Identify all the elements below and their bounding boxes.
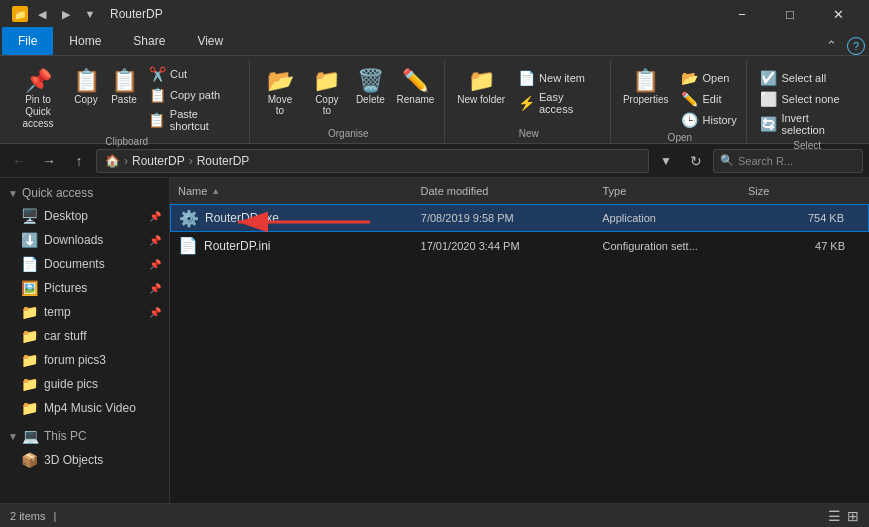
properties-icon: 📋: [632, 70, 659, 92]
open-items-column: 📂 Open ✏️ Edit 🕒 History: [677, 64, 741, 130]
minimize-button[interactable]: −: [719, 0, 765, 28]
move-to-button[interactable]: 📂 Move to: [258, 64, 301, 118]
new-item-button[interactable]: 📄 New item: [513, 68, 604, 88]
address-path[interactable]: 🏠 › RouterDP › RouterDP: [96, 149, 649, 173]
quick-access-bar: 📁 ◀ ▶ ▼: [8, 4, 104, 24]
select-none-button[interactable]: ⬜ Select none: [755, 89, 859, 109]
collapse-ribbon-btn[interactable]: ⌃: [820, 36, 843, 55]
sidebar-item-downloads[interactable]: ⬇️ Downloads 📌: [0, 228, 169, 252]
copy-to-button[interactable]: 📁 Copy to: [306, 64, 348, 118]
documents-label: Documents: [44, 257, 105, 271]
item-count: 2 items: [10, 510, 45, 522]
maximize-button[interactable]: □: [767, 0, 813, 28]
exe-icon: ⚙️: [179, 209, 199, 228]
col-size-header[interactable]: Size: [748, 185, 861, 197]
address-bar: ← → ↑ 🏠 › RouterDP › RouterDP ▼ ↻ 🔍 Sear…: [0, 144, 869, 178]
path-part-2: RouterDP: [197, 154, 250, 168]
tab-home[interactable]: Home: [53, 27, 117, 55]
sidebar-item-pictures[interactable]: 🖼️ Pictures 📌: [0, 276, 169, 300]
file-row-ini[interactable]: 📄 RouterDP.ini 17/01/2020 3:44 PM Config…: [170, 232, 869, 260]
tab-view[interactable]: View: [181, 27, 239, 55]
sidebar-item-forumpics3[interactable]: 📁 forum pics3: [0, 348, 169, 372]
select-none-icon: ⬜: [759, 91, 777, 107]
details-view-button[interactable]: ☰: [828, 508, 841, 524]
paste-button[interactable]: 📋 Paste: [106, 64, 142, 107]
search-placeholder: Search R...: [738, 155, 793, 167]
cut-button[interactable]: ✂️ Cut: [144, 64, 243, 84]
content-area: Name ▲ Date modified Type Size ⚙️ Router…: [170, 178, 869, 503]
edit-button[interactable]: ✏️ Edit: [677, 89, 741, 109]
open-group: 📋 Properties 📂 Open ✏️ Edit 🕒 History Op…: [613, 60, 747, 143]
search-box[interactable]: 🔍 Search R...: [713, 149, 863, 173]
file-size-ini: 47 KB: [748, 240, 861, 252]
sidebar: ▼ Quick access 🖥️ Desktop 📌 ⬇️ Downloads…: [0, 178, 170, 503]
forward-button[interactable]: →: [36, 148, 62, 174]
help-btn[interactable]: ?: [847, 37, 865, 55]
invert-selection-button[interactable]: 🔄 Invert selection: [755, 110, 859, 138]
copy-icon: 📋: [73, 70, 100, 92]
mp4-icon: 📁: [20, 400, 38, 416]
tab-share[interactable]: Share: [117, 27, 181, 55]
up-button[interactable]: ↑: [66, 148, 92, 174]
properties-button[interactable]: 📋 Properties: [619, 64, 673, 107]
new-label: New: [519, 126, 539, 143]
window-title: RouterDP: [110, 7, 163, 21]
chevron-down-icon: ▼: [8, 188, 18, 199]
search-icon: 🔍: [720, 154, 734, 167]
col-type-header[interactable]: Type: [602, 185, 748, 197]
tab-file[interactable]: File: [2, 27, 53, 55]
quick-access-header[interactable]: ▼ Quick access: [0, 182, 169, 204]
new-folder-icon: 📁: [468, 70, 495, 92]
copy-path-button[interactable]: 📋 Copy path: [144, 85, 243, 105]
title-bar: 📁 ◀ ▶ ▼ RouterDP − □ ✕: [0, 0, 869, 28]
temp-label: temp: [44, 305, 71, 319]
sort-icon: ▲: [211, 186, 220, 196]
copy-button[interactable]: 📋 Copy: [68, 64, 104, 107]
back-button[interactable]: ←: [6, 148, 32, 174]
file-row-exe[interactable]: ⚙️ RouterDP.exe 7/08/2019 9:58 PM Applic…: [170, 204, 869, 232]
rename-button[interactable]: ✏️ Rename: [393, 64, 439, 107]
sidebar-item-mp4[interactable]: 📁 Mp4 Music Video: [0, 396, 169, 420]
large-icons-view-button[interactable]: ⊞: [847, 508, 859, 524]
thispc-header[interactable]: ▼ 💻 This PC: [0, 424, 169, 448]
forumpics3-icon: 📁: [20, 352, 38, 368]
path-part-1: RouterDP: [132, 154, 185, 168]
history-button[interactable]: 🕒 History: [677, 110, 741, 130]
history-icon: 🕒: [681, 112, 699, 128]
file-date-exe: 7/08/2019 9:58 PM: [421, 212, 602, 224]
paste-shortcut-icon: 📋: [148, 112, 166, 128]
open-button[interactable]: 📂 Open: [677, 68, 741, 88]
col-name-header[interactable]: Name ▲: [178, 185, 421, 197]
quick-access-customize[interactable]: ▼: [80, 4, 100, 24]
address-dropdown-btn[interactable]: ▼: [653, 148, 679, 174]
paste-shortcut-button[interactable]: 📋 Paste shortcut: [144, 106, 243, 134]
sidebar-item-carstuff[interactable]: 📁 car stuff: [0, 324, 169, 348]
sidebar-item-guidepics[interactable]: 📁 guide pics: [0, 372, 169, 396]
select-all-button[interactable]: ☑️ Select all: [755, 68, 859, 88]
close-button[interactable]: ✕: [815, 0, 861, 28]
refresh-button[interactable]: ↻: [683, 148, 709, 174]
file-name-exe: ⚙️ RouterDP.exe: [179, 209, 421, 228]
file-list-header: Name ▲ Date modified Type Size: [170, 178, 869, 204]
new-folder-button[interactable]: 📁 New folder: [453, 64, 509, 107]
sidebar-item-desktop[interactable]: 🖥️ Desktop 📌: [0, 204, 169, 228]
file-size-exe: 754 KB: [747, 212, 860, 224]
copy-to-icon: 📁: [313, 70, 340, 92]
pictures-icon: 🖼️: [20, 280, 38, 296]
pin-quick-access-button[interactable]: 📌 Pin to Quick access: [10, 64, 66, 132]
sidebar-item-documents[interactable]: 📄 Documents 📌: [0, 252, 169, 276]
sidebar-item-3dobjects[interactable]: 📦 3D Objects: [0, 448, 169, 472]
file-type-ini: Configuration sett...: [602, 240, 748, 252]
quick-access-btn-1[interactable]: ◀: [32, 4, 52, 24]
easy-access-button[interactable]: ⚡ Easy access: [513, 89, 604, 117]
open-label: Open: [668, 130, 692, 147]
col-date-header[interactable]: Date modified: [421, 185, 603, 197]
title-bar-left: 📁 ◀ ▶ ▼ RouterDP: [8, 4, 163, 24]
delete-button[interactable]: 🗑️ Delete: [352, 64, 389, 107]
open-icon: 📂: [681, 70, 699, 86]
sidebar-item-temp[interactable]: 📁 temp 📌: [0, 300, 169, 324]
organise-content: 📂 Move to 📁 Copy to 🗑️ Delete ✏️ Rename: [258, 60, 438, 126]
guidepics-icon: 📁: [20, 376, 38, 392]
quick-access-btn-2[interactable]: ▶: [56, 4, 76, 24]
pin-indicator-2: 📌: [149, 235, 161, 246]
